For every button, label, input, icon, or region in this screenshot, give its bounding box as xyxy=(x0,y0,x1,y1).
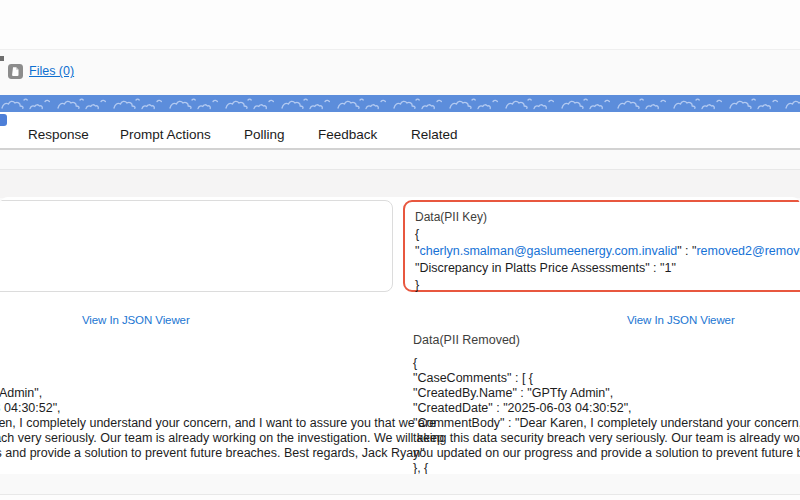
top-record-section xyxy=(0,0,800,50)
json-line: "CommentBody" : "Dear Karen, I completel… xyxy=(413,416,800,431)
clipped-blue-badge xyxy=(0,114,7,126)
json-line: }, { xyxy=(413,461,800,475)
pii-removed-section-right: Data(PII Removed) { "CaseComments" : [ {… xyxy=(413,333,800,475)
pii-key-mapping-line: "cherlyn.smalman@gaslumeenergy.com.inval… xyxy=(415,243,800,260)
response-content-card: Data(PII Key) { "cherlyn.smalman@gaslume… xyxy=(0,197,800,475)
json-line: "CaseComments" : [ { xyxy=(413,371,800,386)
view-json-viewer-link-right[interactable]: View In JSON Viewer xyxy=(627,314,735,326)
json-line: "CreatedBy.Name" : "GPTfy Admin", xyxy=(413,386,800,401)
tab-related[interactable]: Related xyxy=(411,127,458,142)
separator: " : " xyxy=(677,244,696,258)
data-box-left xyxy=(0,200,393,292)
pii-key-subject-line: "Discrepancy in Platts Price Assessments… xyxy=(415,260,800,277)
tab-prompt-actions[interactable]: Prompt Actions xyxy=(120,127,211,142)
pii-key-email[interactable]: cherlyn.smalman@gaslumeenergy.com.invali… xyxy=(419,244,677,258)
json-brace-open: { xyxy=(415,226,800,243)
cloud-pattern-band xyxy=(0,95,800,112)
json-line: { xyxy=(413,356,800,371)
section-gap xyxy=(0,169,800,198)
json-line: you updated on our progress and provide … xyxy=(413,446,800,461)
pii-key-box: Data(PII Key) { "cherlyn.smalman@gaslume… xyxy=(403,200,800,292)
files-related-list[interactable]: Files (0) xyxy=(8,62,74,80)
bottom-card-edge xyxy=(0,495,800,500)
file-icon xyxy=(8,64,23,79)
card-gap-bottom xyxy=(0,474,800,494)
tab-response[interactable]: Response xyxy=(28,127,89,142)
pii-removed-label-right: Data(PII Removed) xyxy=(413,333,800,348)
pii-key-label: Data(PII Key) xyxy=(415,209,800,226)
view-json-viewer-link-left[interactable]: View In JSON Viewer xyxy=(82,314,190,326)
json-line: taking this data security breach very se… xyxy=(413,431,800,446)
files-link[interactable]: Files (0) xyxy=(29,64,74,78)
tab-polling[interactable]: Polling xyxy=(244,127,285,142)
clipped-edge-fragment xyxy=(0,56,4,61)
tab-feedback[interactable]: Feedback xyxy=(318,127,377,142)
json-line: "CreatedDate" : "2025-06-03 04:30:52", xyxy=(413,401,800,416)
json-brace-close: } xyxy=(415,277,800,294)
tab-bar: Response Prompt Actions Polling Feedback… xyxy=(0,112,800,150)
pii-masked-email[interactable]: removed2@removed.com xyxy=(696,244,800,258)
